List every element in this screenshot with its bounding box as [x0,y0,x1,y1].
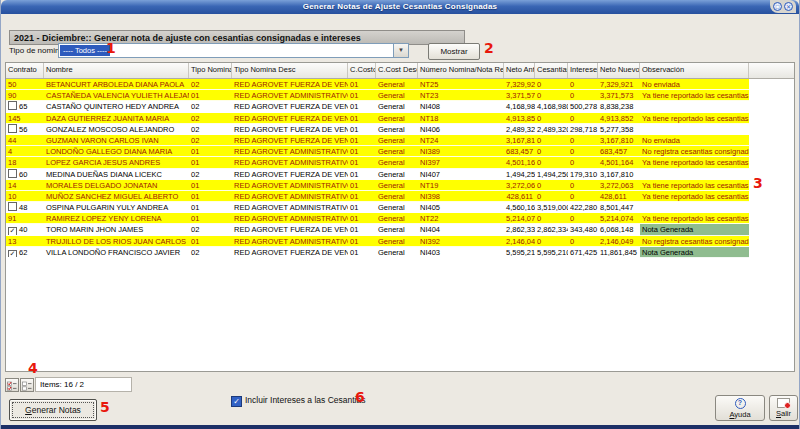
cell-tipo_nomina: 01 [189,146,232,157]
cell-tipo_nomina_desc: RED AGROVET ADMINISTRATIVOS [232,90,348,101]
cell-numero: NI407 [418,169,504,180]
cell-c_cost_desc: General [376,113,418,124]
column-header[interactable]: Número Nomina/Nota Ref [418,63,504,78]
uncheck-all-button[interactable] [20,378,34,392]
cell-intereses: 0 [568,236,598,247]
column-header[interactable]: Cesantias [535,63,568,78]
cell-filler [749,213,794,224]
cell-cesantias: 0 [535,146,568,157]
row-checkbox[interactable] [8,101,17,110]
cell-nombre: VILLA LONDOÑO FRANCISCO JAVIER [44,247,189,258]
column-header[interactable]: Intereses [568,63,598,78]
cell-tipo_nomina: 01 [189,90,232,101]
table-row[interactable]: 13TRUJILLO DE LOS RIOS JUAN CARLOS01RED … [6,236,794,247]
column-header[interactable]: Observación [640,63,749,78]
cell-tipo_nomina_desc: RED AGROVET ADMINISTRATIVOS [232,236,348,247]
cell-tipo_nomina_desc: RED AGROVET FUERZA DE VENTAS [232,135,348,146]
cell-cesantias: 2,489,320 [535,124,568,135]
exit-icon [777,398,790,408]
window-bottom-border [1,425,799,429]
cell-neto_nuevo: 428,611 [598,191,640,202]
table-row[interactable]: 18LOPEZ GARCIA JESUS ANDRES01RED AGROVET… [6,157,794,168]
cell-c_cost_desc: General [376,135,418,146]
column-header[interactable]: C.Costo [348,63,376,78]
incluir-intereses-checkbox[interactable]: ✓ [231,396,242,407]
cell-nombre: TORO MARIN JHON JAMES [44,224,189,235]
cell-c_costo: 01 [348,191,376,202]
cell-c_cost_desc: General [376,169,418,180]
cell-intereses: 422,280 [568,202,598,213]
cell-c_costo: 01 [348,90,376,101]
cell-neto_ant: 2,489,320 [504,124,535,135]
cell-observacion: No registra cesantias consignadas [640,146,749,157]
cell-nombre: LOPEZ GARCIA JESUS ANDRES [44,157,189,168]
table-row[interactable]: ✓62VILLA LONDOÑO FRANCISCO JAVIER02RED A… [6,247,794,258]
table-row[interactable]: 60MEDINA DUEÑAS DIANA LICEKC02RED AGROVE… [6,169,794,180]
column-header[interactable]: Neto Nuevo [598,63,640,78]
table-row[interactable]: 4LONDOÑO GALLEGO DIANA MARIA01RED AGROVE… [6,146,794,157]
table-row[interactable]: 10MUÑOZ SANCHEZ MIGUEL ALBERTO01RED AGRO… [6,191,794,202]
cell-neto_ant: 2,862,334 [504,224,535,235]
close-button[interactable]: ✕ [784,2,793,11]
table-row[interactable]: 44GUZMAN VARON CARLOS IVAN02RED AGROVET … [6,135,794,146]
cell-c_cost_desc: General [376,191,418,202]
cell-numero: NI404 [418,224,504,235]
cell-neto_nuevo: 683,457 [598,146,640,157]
column-header[interactable]: C.Cost Desc [376,63,418,78]
cell-tipo_nomina: 02 [189,79,232,90]
mostrar-button[interactable]: Mostrar [428,43,480,60]
cell-tipo_nomina: 01 [189,191,232,202]
cell-contrato: 13 [6,236,44,247]
cell-contrato: 145 [6,113,44,124]
column-header[interactable]: Tipo Nomina Desc [232,63,348,78]
column-header[interactable]: Contrato [6,63,44,78]
cell-filler [749,146,794,157]
ayuda-button[interactable]: ? Ayuda [715,395,765,421]
row-checkbox[interactable] [8,124,17,133]
column-header[interactable]: Tipo Nomina [189,63,232,78]
cell-c_costo: 01 [348,247,376,258]
maximize-button[interactable]: □ [773,2,782,11]
annotation-3: 3 [753,176,763,190]
column-header[interactable]: Nombre [44,63,189,78]
cell-c_cost_desc: General [376,202,418,213]
row-checkbox[interactable]: ✓ [8,250,17,258]
salir-button[interactable]: Salir [769,395,798,421]
cell-neto_ant: 4,168,980 [504,101,535,112]
cell-tipo_nomina: 02 [189,135,232,146]
table-row[interactable]: 90CASTAÑEDA VALENCIA YULIETH ALEJANDRA01… [6,90,794,101]
cell-contrato: ✓40 [6,224,44,235]
cell-numero: NI405 [418,202,504,213]
cell-neto_nuevo: 8,838,238 [598,101,640,112]
table-row[interactable]: 91RAMIREZ LOPEZ YENY LORENA01RED AGROVET… [6,213,794,224]
cell-filler [749,101,794,112]
table-row[interactable]: 56GONZALEZ MOSCOSO ALEJANDRO02RED AGROVE… [6,124,794,135]
table-row[interactable]: 14MORALES DELGADO JONATAN01RED AGROVET A… [6,180,794,191]
table-row[interactable]: 50BETANCURT ARBOLEDA DIANA PAOLA02RED AG… [6,79,794,90]
cell-neto_nuevo: 6,068,148 [598,224,640,235]
cell-contrato: 56 [6,124,44,135]
column-header-filler [749,63,794,78]
cell-filler [749,202,794,213]
cell-numero: NI403 [418,247,504,258]
table-row[interactable]: 48OSPINA PULGARIN YULY ANDREA01RED AGROV… [6,202,794,213]
cell-observacion: Ya tiene reportado las cesantias [640,213,749,224]
cell-contrato: 14 [6,180,44,191]
chevron-down-icon[interactable]: ▼ [393,44,408,57]
generar-notas-button[interactable]: Generar Notas [9,399,97,421]
check-all-button[interactable] [5,378,19,392]
cell-contrato: 60 [6,169,44,180]
cell-nombre: GUZMAN VARON CARLOS IVAN [44,135,189,146]
column-header[interactable]: Neto Ant [504,63,535,78]
table-row[interactable]: 65CASTAÑO QUINTERO HEDY ANDREA02RED AGRO… [6,101,794,112]
row-checkbox[interactable] [8,202,17,211]
cell-intereses: 500,278 [568,101,598,112]
table-row[interactable]: ✓40TORO MARIN JHON JAMES02RED AGROVET FU… [6,224,794,235]
cell-c_costo: 01 [348,202,376,213]
row-checkbox[interactable] [8,169,17,178]
cell-observacion: Ya tiene reportado las cesantias [640,157,749,168]
table-row[interactable]: 145DAZA GUTIERREZ JUANITA MARIA02RED AGR… [6,113,794,124]
cell-c_costo: 01 [348,101,376,112]
row-checkbox[interactable]: ✓ [8,227,17,235]
cell-observacion: Nota Generada [640,247,749,258]
